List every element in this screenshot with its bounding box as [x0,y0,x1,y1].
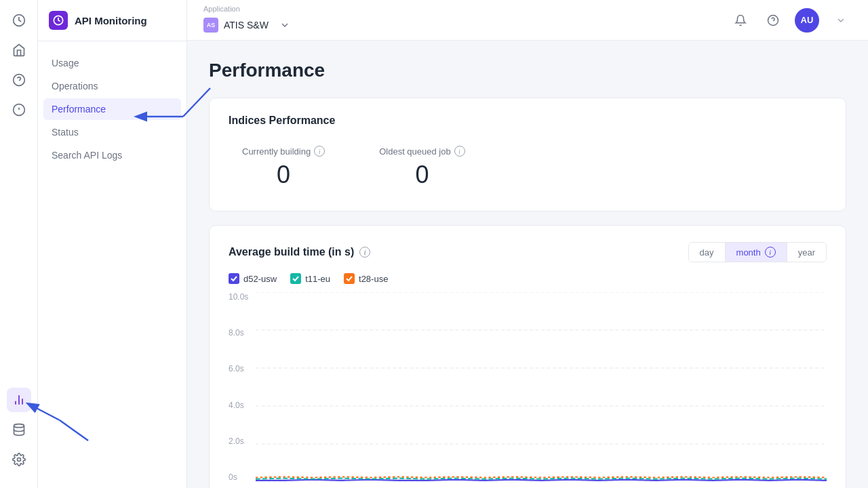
app-badge: AS [203,18,218,33]
indices-performance-title: Indices Performance [229,115,827,127]
app-name: ATIS S&W [224,20,269,30]
legend-item-t28-use: t28-use [344,273,388,284]
help-button[interactable] [762,9,784,31]
y-label-0: 0s [229,472,248,482]
metric-currently-building-label: Currently building i [242,146,325,157]
chart-area: 10.0s 8.0s 6.0s 4.0s 2.0s 0s [229,292,827,488]
svg-point-9 [14,424,24,428]
legend-checkbox-d52-usw[interactable] [229,273,239,284]
time-filter: day month i year [688,242,827,262]
user-avatar[interactable]: AU [795,8,819,33]
icon-sidebar-top [7,8,31,382]
oldest-queued-info-icon[interactable]: i [454,146,465,157]
metric-oldest-queued-label: Oldest queued job i [379,146,465,157]
sidebar-icon-home[interactable] [7,38,31,62]
user-dropdown-button[interactable] [830,9,852,31]
icon-sidebar-bottom [7,388,31,480]
currently-building-info-icon[interactable]: i [314,146,325,157]
avg-build-time-info-icon[interactable]: i [359,247,370,258]
metric-oldest-queued-job: Oldest queued job i 0 [379,146,465,189]
nav-sidebar: API Monitoring Usage Operations Performa… [38,0,187,488]
metric-currently-building: Currently building i 0 [242,146,325,189]
currently-building-value: 0 [277,161,290,189]
sidebar-icon-settings[interactable] [7,447,31,472]
nav-item-usage[interactable]: Usage [43,52,181,74]
month-info-icon[interactable]: i [765,247,776,258]
y-label-6: 6.0s [229,364,248,373]
topbar-app: AS ATIS S&W [203,14,296,36]
topbar: Application AS ATIS S&W [187,0,868,41]
time-filter-month[interactable]: month i [725,243,787,262]
legend-item-t11-eu: t11-eu [290,273,330,284]
page-title: Performance [209,60,846,81]
sidebar-icon-clock[interactable] [7,8,31,33]
nav-item-operations[interactable]: Operations [43,75,181,97]
nav-header: API Monitoring [38,0,186,41]
chart-y-axis: 10.0s 8.0s 6.0s 4.0s 2.0s 0s [229,292,248,488]
sidebar-icon-question2[interactable] [7,98,31,122]
sidebar-icon-chart[interactable] [7,388,31,412]
page-content: Performance Indices Performance Currentl… [187,41,868,488]
nav-item-performance[interactable]: Performance [43,98,181,120]
app-dropdown-button[interactable] [274,14,296,36]
nav-title: API Monitoring [75,15,147,26]
legend-checkbox-t11-eu[interactable] [290,273,301,284]
chart-svg [256,292,827,482]
nav-logo [49,11,68,30]
y-label-4: 4.0s [229,401,248,410]
icon-sidebar [0,0,38,488]
notification-button[interactable] [730,9,751,31]
main-content: Application AS ATIS S&W [187,0,868,488]
indices-metrics: Currently building i 0 Oldest queued job… [229,140,827,195]
nav-items: Usage Operations Performance Status Sear… [38,41,186,177]
nav-item-status[interactable]: Status [43,121,181,143]
nav-item-search-api-logs[interactable]: Search API Logs [43,144,181,166]
avg-build-time-card: Average build time (in s) i day month i … [209,225,846,488]
svg-point-10 [17,458,20,462]
oldest-queued-value: 0 [415,161,429,189]
y-label-10: 10.0s [229,292,248,302]
indices-performance-card: Indices Performance Currently building i… [209,98,846,211]
chart-legend: d52-usw t11-eu t28-use [229,273,827,284]
sidebar-icon-database[interactable] [7,418,31,442]
time-filter-day[interactable]: day [689,243,725,262]
y-label-8: 8.0s [229,328,248,338]
application-label: Application [203,5,296,13]
legend-checkbox-t28-use[interactable] [344,273,355,284]
chart-header: Average build time (in s) i day month i … [229,242,827,262]
sidebar-icon-question1[interactable] [7,68,31,92]
topbar-left: Application AS ATIS S&W [203,5,296,36]
y-label-2: 2.0s [229,436,248,446]
legend-item-d52-usw: d52-usw [229,273,277,284]
time-filter-year[interactable]: year [787,243,826,262]
topbar-right: AU [730,8,852,33]
chart-title: Average build time (in s) i [229,246,370,258]
